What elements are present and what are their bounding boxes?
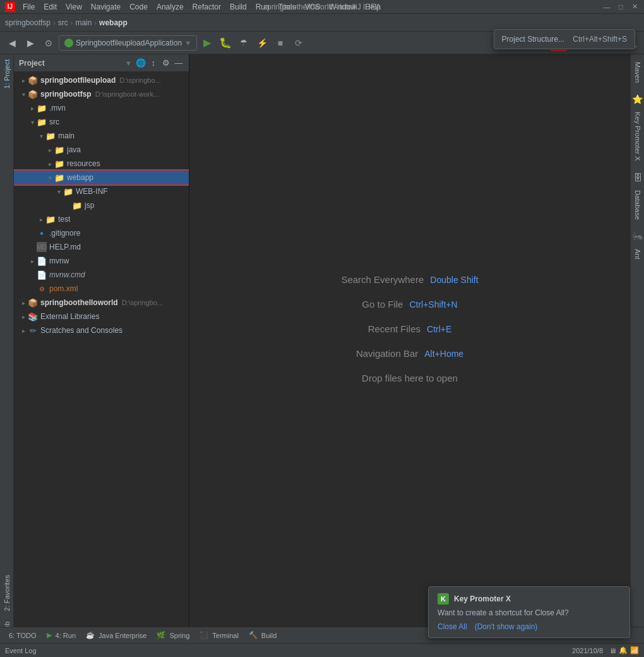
breadcrumb-webapp[interactable]: webapp (99, 18, 128, 27)
tree-item-scratches[interactable]: ▸ ✏ Scratches and Consoles (14, 323, 189, 337)
folder-icon: 📁 (45, 131, 56, 141)
tree-item-helpmd[interactable]: MD HELP.md (14, 240, 189, 254)
menu-item-code[interactable]: Code (126, 1, 152, 13)
breadcrumb-main[interactable]: main (75, 18, 92, 27)
right-vtab-database[interactable]: Database (632, 185, 643, 225)
right-vtab-keypromoter[interactable]: Key Promoter X (632, 107, 643, 166)
tree-label: springbootfileupload (40, 76, 116, 85)
md-icon: MD (37, 242, 47, 252)
right-vtab-ant[interactable]: Ant (632, 244, 643, 265)
module-icon: 📦 (28, 298, 38, 308)
run-button[interactable]: ▶ (199, 35, 215, 51)
tree-item-webapp[interactable]: ▾ 📁 webapp (14, 171, 189, 184)
settings-icon[interactable]: ⚙ (161, 58, 171, 68)
left-vtab-favorites[interactable]: 2: Favorites (1, 570, 13, 616)
folder-icon: 📁 (37, 103, 47, 113)
minimize-button[interactable]: — (602, 3, 611, 11)
tree-label: java (67, 145, 81, 154)
breadcrumb-src[interactable]: src (58, 18, 68, 27)
tree-item-jsp[interactable]: 📁 jsp (14, 198, 189, 212)
tree-item-pomxml[interactable]: ⚙ pom.xml (14, 282, 189, 296)
tree-label: mvnw (49, 256, 69, 265)
hint-shortcut-gotofile[interactable]: Ctrl+Shift+N (409, 299, 457, 310)
key-promoter-close-all[interactable]: Close All (438, 622, 467, 631)
menu-item-edit[interactable]: Edit (40, 1, 61, 13)
left-vtab-project[interactable]: 1: Project (1, 54, 13, 93)
menu-item-analyze[interactable]: Analyze (153, 1, 188, 13)
hint-shortcut-search[interactable]: Double Shift (430, 275, 478, 285)
right-icon-star: ⭐ (631, 93, 644, 105)
window-title: springboothelloworld - IntelliJ IDEA (263, 3, 381, 11)
menu-item-refactor[interactable]: Refactor (189, 1, 225, 13)
tree-item-springbootfileupload[interactable]: ▸ 📦 springbootfileupload D:\springbo... (14, 73, 189, 87)
project-scope-dropdown[interactable]: ▼ (125, 59, 132, 67)
folder-icon: 📁 (45, 214, 56, 224)
hint-shortcut-navbar[interactable]: Alt+Home (424, 349, 463, 359)
menu-item-navigate[interactable]: Navigate (87, 1, 124, 13)
breadcrumb-project[interactable]: springbootfsp (5, 18, 51, 27)
hint-shortcut-recentfiles[interactable]: Ctrl+E (427, 324, 451, 334)
status-system-icons: 🖥 🔔 📶 (609, 646, 639, 654)
profile-button[interactable]: ⚡ (254, 35, 270, 51)
bottom-terminal[interactable]: ⬛ Terminal (196, 630, 242, 641)
close-panel-icon[interactable]: — (174, 58, 184, 68)
menu-item-view[interactable]: View (62, 1, 86, 13)
build-button[interactable]: ⟳ (290, 35, 307, 51)
status-event-log[interactable]: Event Log (5, 647, 37, 654)
tree-item-resources[interactable]: ▸ 📁 resources (14, 157, 189, 171)
tree-arrow: ▸ (19, 312, 28, 321)
forward-button[interactable]: ▶ (22, 35, 39, 51)
menu-item-file[interactable]: File (19, 1, 39, 13)
tree-item-webinf[interactable]: ▾ 📁 WEB-INF (14, 184, 189, 198)
locate-file-icon[interactable]: 🌐 (136, 58, 146, 68)
editor-area: Search Everywhere Double Shift Go to Fil… (189, 54, 630, 641)
close-button[interactable]: ✕ (630, 3, 639, 11)
tree-item-java[interactable]: ▸ 📁 java (14, 143, 189, 157)
tree-item-mvnw[interactable]: ▸ 📄 mvnw (14, 254, 189, 268)
tree-label: pom.xml (49, 284, 78, 293)
window-controls[interactable]: — □ ✕ (602, 3, 639, 11)
key-promoter-title: Key Promoter X (454, 594, 511, 603)
left-vtabs: 1: Project 2: Favorites Web (0, 54, 14, 641)
tree-label: src (49, 118, 59, 126)
tree-label: webapp (67, 173, 93, 182)
bottom-spring[interactable]: 🌿 Spring (153, 630, 193, 641)
project-header: Project ▼ 🌐 ↕ ⚙ — (14, 54, 189, 72)
tree-arrow: ▾ (54, 187, 63, 196)
folder-icon: 📁 (54, 172, 64, 183)
bottom-run[interactable]: ▶ 4: Run (43, 630, 80, 641)
key-promoter-dont-show[interactable]: (Don't show again) (475, 622, 538, 631)
bottom-build[interactable]: 🔨 Build (245, 630, 280, 641)
tree-item-mvnwcmd[interactable]: 📄 mvnw.cmd (14, 268, 189, 282)
back-button[interactable]: ◀ (4, 35, 20, 51)
file-icon: 📄 (37, 256, 47, 266)
tree-item-test[interactable]: ▸ 📁 test (14, 212, 189, 226)
tree-arrow: ▸ (19, 76, 28, 85)
recent-files-button[interactable]: ⊙ (40, 35, 57, 51)
collapse-all-icon[interactable]: ↕ (148, 58, 158, 68)
project-panel: Project ▼ 🌐 ↕ ⚙ — ▸ 📦 springbootfileuplo… (14, 54, 189, 641)
right-icon-db: 🗄 (631, 171, 644, 184)
tree-item-springboothelloworld[interactable]: ▸ 📦 springboothelloworld D:\springbo... (14, 296, 189, 310)
coverage-button[interactable]: ☂ (236, 35, 252, 51)
tree-item-mvn[interactable]: ▸ 📁 .mvn (14, 101, 189, 115)
tree-item-springbootfsp[interactable]: ▾ 📦 springbootfsp D:\springboot-work... (14, 87, 189, 101)
right-vtab-maven[interactable]: Maven (632, 57, 643, 88)
maximize-button[interactable]: □ (616, 3, 625, 11)
tree-item-gitignore[interactable]: 🔹 .gitignore (14, 226, 189, 240)
bottom-terminal-label: Terminal (212, 632, 239, 639)
tree-label: test (58, 215, 70, 224)
bottom-javaenterprise[interactable]: ☕ Java Enterprise (82, 630, 150, 641)
hint-label-search: Search Everywhere (341, 274, 424, 285)
run-config-dropdown[interactable]: SpringbootfileuploadApplication ▼ (59, 35, 197, 51)
main-layout: 1: Project 2: Favorites Web Project ▼ 🌐 … (0, 54, 644, 641)
debug-button[interactable]: 🐛 (217, 35, 234, 51)
hint-label-recentfiles: Recent Files (368, 323, 420, 334)
bottom-todo[interactable]: 6: TODO (5, 630, 40, 641)
stop-button[interactable]: ■ (272, 35, 289, 51)
run-config-icon (64, 39, 73, 47)
tree-item-main[interactable]: ▾ 📁 main (14, 129, 189, 143)
tree-item-src[interactable]: ▾ 📁 src (14, 115, 189, 129)
tree-item-external-libraries[interactable]: ▸ 📚 External Libraries (14, 310, 189, 323)
menu-item-build[interactable]: Build (226, 1, 251, 13)
